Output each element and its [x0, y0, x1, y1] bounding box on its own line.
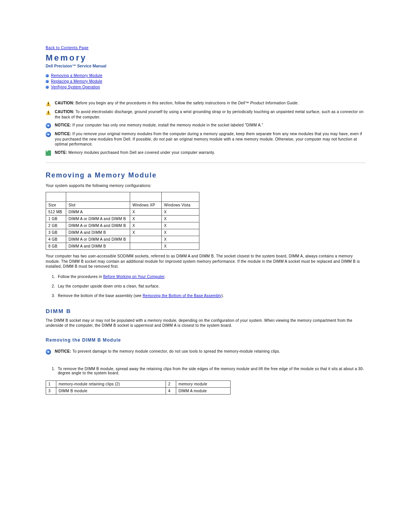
toc-link-replacing[interactable]: Replacing a Memory Module	[51, 79, 102, 83]
toc-link-removing[interactable]: Removing a Memory Module	[51, 73, 102, 78]
table-row: 1 GB DIMM A or DIMM A and DIMM B X X	[46, 216, 199, 222]
dimm-b-heading: DIMM B	[46, 308, 365, 314]
step-item: To remove the DIMM B module, spread away…	[56, 367, 365, 375]
bullet-icon	[46, 86, 49, 89]
notice-icon: ➜	[46, 349, 51, 355]
bullet-icon	[46, 80, 49, 83]
col-size: Size	[46, 202, 66, 209]
section-heading-removing: Removing a Memory Module	[46, 171, 365, 179]
steps-list: Follow the procedures in Before Working …	[46, 275, 365, 298]
sodimm-paragraph: Your computer has two user-accessible SO…	[46, 254, 365, 269]
step-item: Remove the bottom of the base assembly (…	[56, 294, 365, 298]
col-vista: Windows Vista	[162, 202, 199, 209]
dimm-b-steps: To remove the DIMM B module, spread away…	[46, 367, 365, 375]
col-slot: Slot	[66, 202, 130, 209]
svg-rect-1	[48, 102, 49, 104]
note-icon	[46, 150, 51, 156]
table-header-row: Size Slot Windows XP Windows Vista	[46, 202, 199, 209]
note-text: NOTE: Memory modules purchased from Dell…	[55, 150, 215, 155]
notice-text: NOTICE: If you remove your original memo…	[55, 131, 365, 147]
caution-icon	[46, 110, 51, 115]
table-row: 3 GB DIMM A and DIMM B X X	[46, 229, 199, 236]
notice-icon: ➜	[46, 123, 51, 128]
notice-row: ➜ NOTICE: To prevent damage to the memor…	[46, 347, 365, 356]
notice-row: ➜ NOTICE: If your computer has only one …	[46, 121, 365, 130]
link-before-working[interactable]: Before Working on Your Computer	[103, 275, 164, 279]
caution-row: CAUTION: Before you begin any of the pro…	[46, 99, 365, 108]
divider-rule	[46, 163, 365, 163]
svg-rect-2	[48, 105, 49, 106]
svg-rect-5	[48, 114, 49, 115]
toc-item: Verifying System Operation	[46, 85, 365, 89]
col-xp: Windows XP	[130, 202, 162, 209]
notice-text: NOTICE: If your computer has only one me…	[55, 123, 263, 128]
notice-text: NOTICE: To prevent damage to the memory …	[55, 349, 280, 354]
table-row: 512 MB DIMM A X X	[46, 209, 199, 216]
caution-text: CAUTION: To avoid electrostatic discharg…	[55, 109, 365, 120]
back-link-row: Back to Contents Page	[46, 46, 365, 50]
page-container: Back to Contents Page Memory Dell Precis…	[0, 0, 411, 417]
caution-text: CAUTION: Before you begin any of the pro…	[55, 101, 299, 106]
removing-dimm-b-heading: Removing the DIMM B Module	[46, 337, 365, 343]
memory-config-table: Size Slot Windows XP Windows Vista 512 M…	[46, 192, 199, 250]
caution-icon	[46, 101, 51, 106]
table-row: 2 GB DIMM A or DIMM A and DIMM B X X	[46, 222, 199, 229]
page-subtitle: Dell Precision™ Service Manual	[46, 64, 365, 68]
intro-paragraph: Your system supports the following memor…	[46, 183, 365, 189]
parts-table: 1 memory-module retaining clips (2) 2 me…	[46, 380, 231, 395]
svg-rect-4	[48, 111, 49, 113]
caution-row: CAUTION: To avoid electrostatic discharg…	[46, 108, 365, 121]
toc-list: Removing a Memory Module Replacing a Mem…	[46, 73, 365, 89]
table-row: 1 memory-module retaining clips (2) 2 me…	[46, 380, 231, 387]
notice-icon: ➜	[46, 132, 51, 137]
step-item: Follow the procedures in Before Working …	[56, 275, 365, 279]
link-removing-base[interactable]: Removing the Bottom of the Base Assembly	[143, 294, 221, 298]
bullet-icon	[46, 74, 49, 77]
step-item: Lay the computer upside down onto a clea…	[56, 284, 365, 288]
note-row: NOTE: Memory modules purchased from Dell…	[46, 149, 365, 157]
back-to-contents-link[interactable]: Back to Contents Page	[46, 46, 89, 50]
toc-item: Removing a Memory Module	[46, 73, 365, 78]
page-title: Memory	[46, 53, 365, 63]
table-row: 3 DIMM B module 4 DIMM A module	[46, 387, 231, 394]
toc-link-verifying[interactable]: Verifying System Operation	[51, 85, 100, 89]
notice-row: ➜ NOTICE: If you remove your original me…	[46, 130, 365, 149]
table-row: 4 GB DIMM A or DIMM A and DIMM B X	[46, 236, 199, 243]
table-row: 8 GB DIMM A and DIMM B X	[46, 243, 199, 250]
dimm-b-paragraph: The DIMM B socket may or may not be popu…	[46, 318, 365, 328]
toc-item: Replacing a Memory Module	[46, 79, 365, 83]
